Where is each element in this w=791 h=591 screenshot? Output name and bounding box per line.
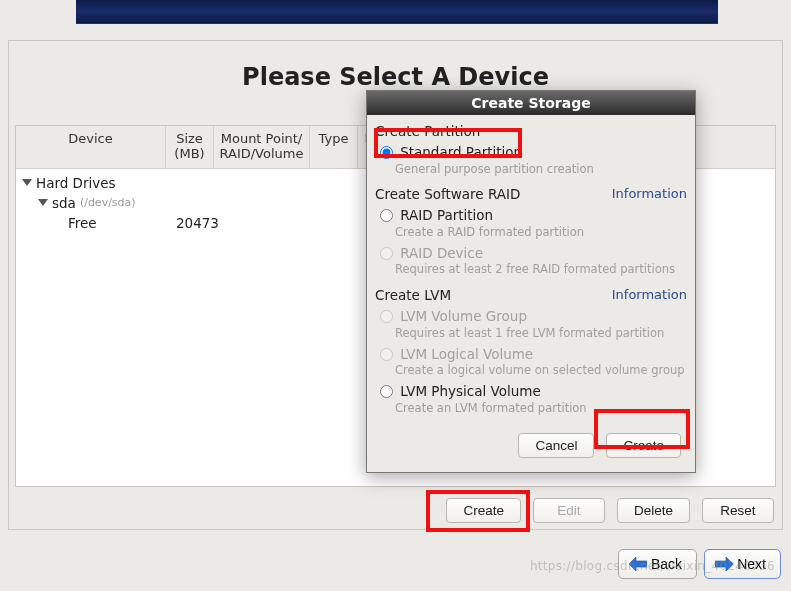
option-raid-partition[interactable]: RAID Partition Create a RAID formated pa… [375, 206, 687, 239]
dialog-button-row: Cancel Create [375, 415, 687, 464]
edit-button: Edit [533, 498, 605, 523]
back-label: Back [651, 556, 682, 572]
option-lvm-lv: LVM Logical Volume Create a logical volu… [375, 345, 687, 378]
radio-standard-partition[interactable] [380, 146, 393, 159]
page-title: Please Select A Device [9, 63, 782, 91]
desc-raid-partition: Create a RAID formated partition [395, 226, 687, 240]
next-label: Next [737, 556, 766, 572]
option-standard-partition[interactable]: Standard Partition General purpose parti… [375, 143, 687, 176]
option-raid-device: RAID Device Requires at least 2 free RAI… [375, 244, 687, 277]
desc-raid-device: Requires at least 2 free RAID formated p… [395, 263, 687, 277]
label-raid-device: RAID Device [400, 245, 483, 261]
free-size: 20473 [176, 215, 219, 231]
device-sda: sda [52, 195, 76, 211]
col-mount[interactable]: Mount Point/ RAID/Volume [214, 126, 310, 168]
label-lvm-pv: LVM Physical Volume [400, 383, 541, 399]
next-button[interactable]: Next [704, 549, 781, 579]
reset-button[interactable]: Reset [702, 498, 774, 523]
chevron-down-icon[interactable] [38, 199, 48, 206]
option-lvm-pv[interactable]: LVM Physical Volume Create an LVM format… [375, 382, 687, 415]
raid-info-link[interactable]: Information [612, 186, 687, 201]
dialog-create-button[interactable]: Create [606, 433, 681, 458]
desc-lvm-pv: Create an LVM formated partition [395, 402, 687, 416]
section-create-raid: Create Software RAID Information [375, 186, 687, 202]
radio-lvm-pv[interactable] [380, 385, 393, 398]
section-create-partition: Create Partition [375, 123, 687, 139]
desc-lvm-vg: Requires at least 1 free LVM formated pa… [395, 327, 687, 341]
col-type[interactable]: Type [310, 126, 358, 168]
delete-button[interactable]: Delete [617, 498, 690, 523]
top-banner [76, 0, 718, 24]
dialog-title: Create Storage [367, 91, 695, 115]
arrow-left-icon [629, 557, 647, 571]
label-standard-partition: Standard Partition [400, 144, 522, 160]
col-size[interactable]: Size (MB) [166, 126, 214, 168]
create-button[interactable]: Create [446, 498, 521, 523]
label-lvm-vg: LVM Volume Group [400, 308, 527, 324]
radio-raid-device [380, 247, 393, 260]
label-raid-partition: RAID Partition [400, 207, 493, 223]
create-storage-dialog: Create Storage Create Partition Standard… [366, 90, 696, 473]
device-sda-path: (/dev/sda) [80, 196, 136, 209]
option-lvm-vg: LVM Volume Group Requires at least 1 fre… [375, 307, 687, 340]
section-create-lvm: Create LVM Information [375, 287, 687, 303]
back-button[interactable]: Back [618, 549, 697, 579]
free-label: Free [68, 215, 97, 231]
label-lvm-lv: LVM Logical Volume [400, 346, 533, 362]
radio-lvm-lv [380, 348, 393, 361]
radio-raid-partition[interactable] [380, 209, 393, 222]
chevron-down-icon[interactable] [22, 179, 32, 186]
col-device[interactable]: Device [16, 126, 166, 168]
action-row: Create Edit Delete Reset [9, 498, 782, 523]
hard-drives-label: Hard Drives [36, 175, 116, 191]
cancel-button[interactable]: Cancel [518, 433, 594, 458]
dialog-body: Create Partition Standard Partition Gene… [367, 115, 695, 472]
desc-lvm-lv: Create a logical volume on selected volu… [395, 364, 687, 378]
arrow-right-icon [715, 557, 733, 571]
radio-lvm-vg [380, 310, 393, 323]
desc-standard-partition: General purpose partition creation [395, 163, 687, 177]
lvm-info-link[interactable]: Information [612, 287, 687, 302]
